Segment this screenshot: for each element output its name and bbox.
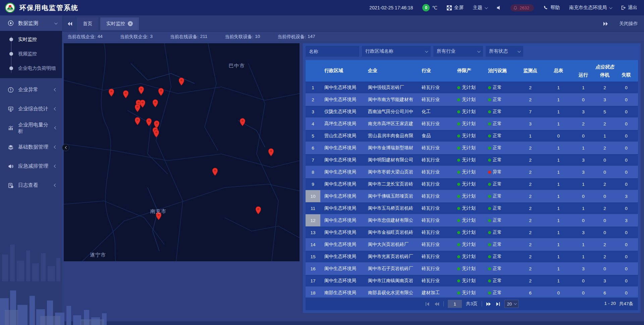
row-facility-status: 正常 (484, 109, 516, 115)
row-limit-status: 无计划 (453, 290, 484, 296)
last-page-button[interactable] (495, 302, 500, 307)
help-button[interactable]: 帮助 (543, 5, 560, 11)
row-company: 阆中市五马桥页岩机砖 (364, 205, 418, 211)
row-stopped-count: 2 (594, 254, 615, 259)
prev-page-button[interactable] (434, 302, 439, 307)
map-pin-icon[interactable] (123, 90, 129, 100)
map-pin-icon[interactable] (154, 129, 159, 139)
row-total-meters: 1 (544, 206, 573, 211)
tab-home[interactable]: 首页 (77, 17, 98, 30)
row-monitor-points: 2 (516, 218, 544, 223)
map-pin-icon[interactable] (179, 77, 184, 87)
sidebar-item-base-data[interactable]: 基础数据管理 (0, 138, 62, 157)
map-pin-icon[interactable] (153, 99, 158, 109)
tabs-scroll-left-button[interactable] (65, 21, 75, 26)
row-index: 3 (306, 106, 320, 118)
row-facility-status: 正常 (484, 121, 516, 127)
status-filter-select[interactable]: 所有状态 (486, 46, 523, 57)
row-lost-count: 0 (615, 254, 637, 259)
theme-dropdown[interactable]: 主题 (473, 5, 487, 11)
sidebar-item-realtime-monitoring[interactable]: 实时监控 (0, 32, 62, 47)
tab-realtime-monitoring[interactable]: 实时监控 ✕ (100, 17, 139, 30)
row-monitor-points: 2 (516, 242, 544, 247)
row-lost-count: 0 (615, 290, 637, 295)
close-operations-button[interactable]: 关闭操作 (619, 21, 638, 27)
name-filter-input[interactable] (306, 46, 359, 57)
table-row[interactable]: 13 阆中生态环境局 阆中市金福旺页岩机砖 砖瓦行业 无计划 正常 2 1 3 … (306, 226, 638, 238)
table-row[interactable]: 8 阆中生态环境局 阆中市枣碧大梁山页岩 砖瓦行业 无计划 异常 2 1 3 0… (306, 166, 638, 178)
table-row[interactable]: 10 阆中生态环境局 阆中千佛镇五郎垭页岩 砖瓦行业 无计划 正常 2 1 0 … (306, 190, 638, 202)
map-pin-icon[interactable] (268, 148, 274, 158)
sidebar-item-emergency-reduction[interactable]: 应急减排管理 (0, 157, 62, 176)
table-row[interactable]: 15 阆中生态环境局 阆中市光富页岩机砖厂 砖瓦行业 无计划 正常 2 1 1 … (306, 251, 638, 263)
region-filter-select[interactable]: 行政区域名称 (362, 46, 431, 57)
map-pin-icon[interactable] (240, 118, 246, 127)
col-index-header (306, 60, 320, 82)
row-total-meters: 0 (544, 133, 573, 139)
sidebar-item-data-monitoring[interactable]: 数据监测 (0, 15, 62, 31)
map-canvas[interactable]: 巴中市南充市遂宁市 (64, 43, 300, 261)
sidebar-item-enterprise-statistics[interactable]: 企业综合统计 (0, 99, 62, 118)
table-row[interactable]: 1 阆中生态环境局 阆中强锐页岩砖厂 砖瓦行业 无计划 正常 2 1 1 2 0 (306, 82, 638, 94)
sidebar-item-log-view[interactable]: 日志查看 (0, 176, 62, 195)
table-row[interactable]: 2 阆中生态环境局 阆中市南方节能建材有 砖瓦行业 无计划 正常 2 1 0 3… (306, 94, 638, 106)
row-limit-status: 无计划 (453, 145, 484, 151)
table-row[interactable]: 9 阆中生态环境局 阆中市二龙长宝页岩砖 砖瓦行业 无计划 正常 2 1 1 2… (306, 178, 638, 190)
row-region: 阆中生态环境局 (320, 157, 364, 163)
map-pin-icon[interactable] (158, 88, 164, 97)
table-row[interactable]: 3 仪陇生态环境局 西南油气田分公司川中 化工 无计划 正常 7 1 3 5 0 (306, 106, 638, 118)
col-region-header: 行政区域 (320, 60, 364, 82)
row-industry: 砖瓦行业 (418, 278, 453, 284)
map-pin-icon[interactable] (109, 89, 114, 98)
map-city-label: 遂宁市 (90, 252, 106, 258)
map-pin-icon[interactable] (256, 206, 261, 216)
row-company: 阆中市金博瑞新型墙材 (364, 145, 418, 151)
next-page-button[interactable] (486, 302, 491, 307)
row-region: 阆中生态环境局 (320, 278, 364, 284)
row-running-count: 1 (573, 242, 594, 247)
table-row[interactable]: 6 阆中生态环境局 阆中市金博瑞新型墙材 砖瓦行业 无计划 正常 2 1 1 2… (306, 142, 638, 154)
map-pin-icon[interactable] (135, 117, 141, 126)
table-row[interactable]: 11 阆中生态环境局 阆中市五马桥页岩机砖 砖瓦行业 无计划 正常 2 1 1 … (306, 202, 638, 214)
logout-button[interactable]: 退出 (621, 5, 637, 11)
fullscreen-button[interactable]: 全屏 (447, 5, 464, 11)
table-row[interactable]: 16 阆中生态环境局 阆中市石子页岩机砖厂 砖瓦行业 无计划 正常 2 1 3 … (306, 263, 638, 275)
map-pin-icon[interactable] (135, 104, 141, 113)
table-row[interactable]: 18 南部生态环境局 南部县砚化水泥有限公 建材加工 无计划 正常 6 0 0 … (306, 287, 638, 297)
org-dropdown[interactable]: 南充市生态环境局 (569, 5, 611, 11)
row-monitor-points: 6 (516, 290, 544, 295)
map-pin-icon[interactable] (146, 118, 152, 127)
notification-badge[interactable]: 2632 (511, 4, 534, 11)
industry-filter-select[interactable]: 所有行业 (433, 46, 483, 57)
chevron-down-icon (425, 49, 428, 53)
row-running-count: 1 (573, 146, 594, 151)
status-dot (457, 86, 460, 89)
sidebar-item-video-monitoring[interactable]: 视频监控 (0, 47, 62, 61)
close-icon[interactable]: ✕ (128, 21, 133, 26)
table-row[interactable]: 4 高坪生态环境局 南充市高坪区王家店建 砖瓦行业 无计划 正常 3 1 2 2… (306, 118, 638, 130)
table-row[interactable]: 14 阆中生态环境局 阆中大兴页岩机砖厂 砖瓦行业 无计划 正常 2 1 1 2… (306, 238, 638, 251)
table-row[interactable]: 12 阆中生态环境局 阆中市忠信建材有限公 砖瓦行业 无计划 正常 2 1 0 … (306, 214, 638, 226)
row-total-meters: 1 (544, 230, 573, 235)
map-collapse-handle[interactable] (62, 144, 69, 151)
table-row[interactable]: 17 阆中生态环境局 阆中市江南镇阆南页岩 砖瓦行业 无计划 正常 2 1 0 … (306, 275, 638, 287)
mute-button[interactable] (496, 5, 501, 10)
status-dot (488, 122, 491, 125)
chevron-left-icon (54, 107, 57, 111)
row-stopped-count: 0 (594, 194, 615, 199)
page-number-input[interactable]: 1 (448, 300, 462, 308)
sidebar-item-power-load-detail[interactable]: 企业电力负荷明细 (0, 61, 62, 75)
tabs-scroll-right-button[interactable] (601, 21, 610, 26)
row-monitor-points: 2 (516, 146, 544, 151)
map-pin-icon[interactable] (140, 100, 146, 109)
sidebar-item-enterprise-abnormal[interactable]: 企业异常 (0, 80, 62, 99)
sidebar-item-power-analysis[interactable]: 企业用电量分析 (0, 118, 62, 138)
row-index: 15 (306, 251, 320, 263)
map-pin-icon[interactable] (139, 86, 144, 96)
table-row[interactable]: 5 营山生态环境局 营山县润丰肉食品有限 食品 无计划 正常 1 0 0 1 0 (306, 130, 638, 142)
first-page-button[interactable] (425, 302, 430, 307)
table-row[interactable]: 7 阆中生态环境局 阆中明阳建材有限公司 砖瓦行业 无计划 正常 2 1 3 0… (306, 154, 638, 166)
row-industry: 砖瓦行业 (418, 97, 453, 103)
page-size-select[interactable]: 20 (504, 300, 519, 308)
map-pin-icon[interactable] (212, 168, 218, 177)
